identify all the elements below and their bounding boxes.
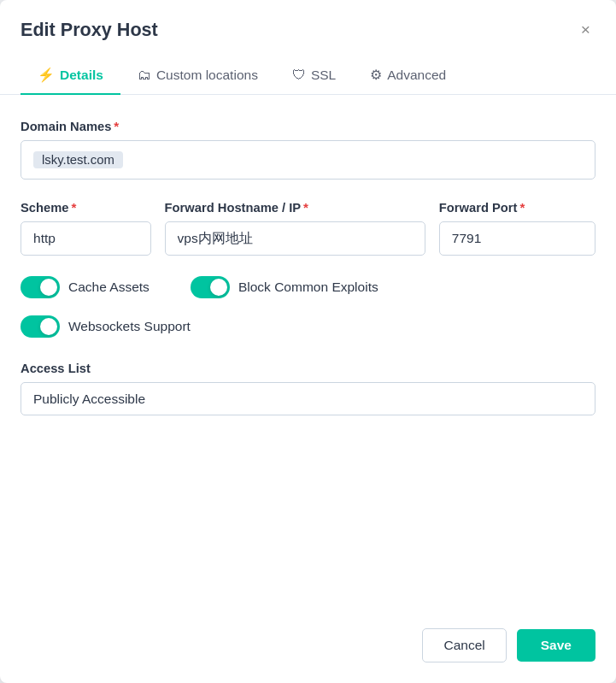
forward-hostname-input[interactable]	[165, 221, 425, 256]
tab-advanced-label: Advanced	[387, 68, 446, 83]
close-button[interactable]: ×	[576, 19, 595, 41]
tab-details[interactable]: ⚡ Details	[21, 55, 120, 95]
block-exploits-toggle[interactable]	[191, 276, 230, 298]
cache-assets-toggle-item: Cache Assets	[21, 276, 150, 298]
block-exploits-label: Block Common Exploits	[238, 280, 378, 295]
access-list-label: Access List	[21, 362, 595, 375]
tab-custom-locations-label: Custom locations	[156, 68, 258, 83]
custom-locations-icon: 🗂	[138, 68, 151, 83]
tab-ssl-label: SSL	[311, 68, 336, 83]
forward-hostname-field-group: Forward Hostname / IP *	[165, 200, 425, 256]
modal-body: Domain Names * lsky.test.com Scheme * Fo…	[0, 95, 616, 611]
block-exploits-toggle-item: Block Common Exploits	[191, 276, 378, 298]
access-list-select[interactable]: Publicly Accessible	[21, 382, 595, 415]
modal-footer: Cancel Save	[0, 611, 616, 683]
scheme-forward-row: Scheme * Forward Hostname / IP * Forward…	[21, 200, 595, 256]
forward-port-label: Forward Port *	[439, 200, 595, 215]
details-icon: ⚡	[38, 67, 55, 83]
cache-assets-label: Cache Assets	[68, 280, 150, 295]
tab-bar: ⚡ Details 🗂 Custom locations 🛡 SSL ⚙ Adv…	[0, 55, 616, 95]
save-button[interactable]: Save	[517, 629, 595, 662]
tab-custom-locations[interactable]: 🗂 Custom locations	[120, 56, 275, 95]
domain-tag: lsky.test.com	[33, 151, 123, 168]
tab-details-label: Details	[60, 68, 103, 83]
domain-names-label: Domain Names *	[21, 119, 595, 133]
edit-proxy-host-modal: Edit Proxy Host × ⚡ Details 🗂 Custom loc…	[0, 0, 616, 683]
scheme-input[interactable]	[21, 221, 151, 256]
forward-hostname-label: Forward Hostname / IP *	[165, 200, 425, 215]
modal-header: Edit Proxy Host ×	[0, 0, 616, 55]
forward-port-field-group: Forward Port *	[439, 200, 595, 256]
cancel-button[interactable]: Cancel	[422, 628, 506, 662]
modal-title: Edit Proxy Host	[21, 19, 158, 41]
websockets-label: Websockets Support	[68, 319, 191, 334]
tab-advanced[interactable]: ⚙ Advanced	[353, 55, 463, 95]
forward-port-input[interactable]	[439, 221, 595, 256]
websockets-toggle[interactable]	[21, 315, 60, 338]
scheme-field-group: Scheme *	[21, 200, 151, 256]
toggles-row-1: Cache Assets Block Common Exploits	[21, 276, 595, 298]
domain-names-input[interactable]: lsky.test.com	[21, 140, 595, 180]
ssl-icon: 🛡	[292, 68, 306, 83]
cache-assets-toggle[interactable]	[21, 276, 60, 298]
tab-ssl[interactable]: 🛡 SSL	[275, 56, 353, 95]
websockets-row: Websockets Support	[21, 315, 595, 338]
advanced-icon: ⚙	[370, 67, 382, 83]
domain-names-required: *	[114, 119, 119, 133]
scheme-label: Scheme *	[21, 200, 151, 215]
